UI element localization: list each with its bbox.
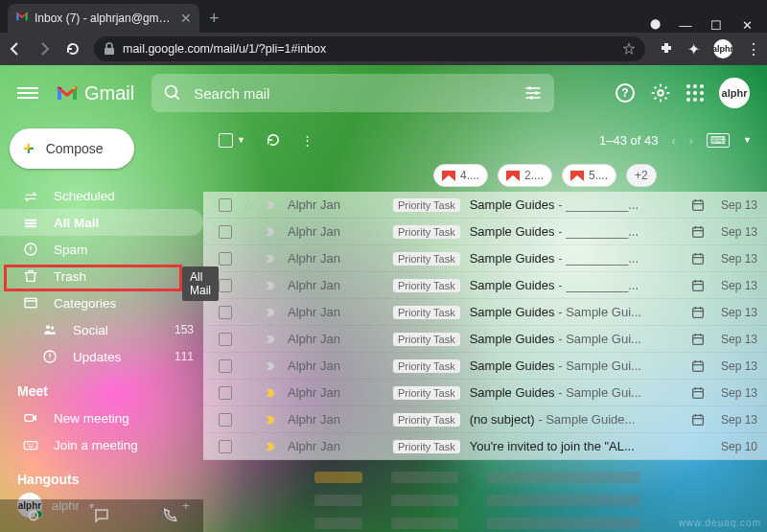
- importance-icon[interactable]: [265, 333, 278, 346]
- email-label-badge[interactable]: Priority Task: [393, 359, 460, 373]
- email-checkbox[interactable]: [219, 306, 232, 319]
- tab-close-icon[interactable]: ✕: [180, 11, 192, 26]
- calendar-icon[interactable]: [690, 305, 706, 320]
- support-icon[interactable]: ?: [616, 83, 635, 103]
- attachment-chip[interactable]: 2....: [498, 164, 552, 187]
- back-button[interactable]: [8, 41, 23, 57]
- calendar-icon[interactable]: [690, 224, 706, 240]
- importance-icon[interactable]: [265, 279, 278, 292]
- calendar-icon[interactable]: [690, 385, 706, 401]
- email-checkbox[interactable]: [219, 386, 232, 400]
- browser-tab[interactable]: Inbox (7) - alphrjan@gmail.com ✕: [8, 4, 199, 33]
- calendar-icon[interactable]: [690, 197, 706, 213]
- next-page-button[interactable]: ›: [689, 133, 693, 148]
- minimize-button[interactable]: ―: [679, 18, 692, 33]
- email-label-badge[interactable]: Priority Task: [393, 198, 460, 212]
- attachment-chip[interactable]: 4....: [433, 164, 488, 187]
- main-menu-icon[interactable]: [17, 84, 38, 102]
- sidebar-item-social[interactable]: Social153: [0, 316, 203, 343]
- account-avatar[interactable]: alphr: [719, 78, 750, 108]
- close-window-button[interactable]: ✕: [740, 18, 754, 33]
- importance-icon[interactable]: [265, 440, 278, 453]
- star-icon[interactable]: ☆: [242, 303, 255, 321]
- profile-avatar[interactable]: alphr: [713, 39, 732, 58]
- star-icon[interactable]: ☆: [242, 276, 255, 294]
- record-icon[interactable]: ⬤: [648, 18, 662, 33]
- importance-icon[interactable]: [265, 413, 278, 427]
- phone-tab-icon[interactable]: [161, 507, 178, 524]
- forward-button[interactable]: [36, 41, 52, 57]
- sidebar-item-scheduled[interactable]: Scheduled: [0, 182, 203, 209]
- star-icon[interactable]: ☆: [242, 383, 255, 402]
- calendar-icon[interactable]: [690, 278, 706, 293]
- input-mode-icon[interactable]: ⌨: [707, 133, 730, 148]
- star-icon[interactable]: ☆: [242, 330, 255, 348]
- attachment-chip[interactable]: 5....: [562, 164, 616, 187]
- calendar-icon[interactable]: [690, 251, 706, 266]
- email-label-badge[interactable]: Priority Task: [393, 225, 460, 239]
- star-icon[interactable]: ☆: [242, 410, 255, 428]
- star-icon[interactable]: ☆: [242, 249, 255, 267]
- extensions-icon[interactable]: [659, 41, 674, 57]
- compose-button[interactable]: + Compose: [10, 128, 134, 169]
- star-icon[interactable]: ☆: [242, 437, 255, 455]
- select-all-checkbox[interactable]: ▼: [219, 133, 245, 148]
- sidebar-item-spam[interactable]: Spam: [0, 236, 203, 263]
- search-bar[interactable]: [151, 74, 554, 112]
- search-options-icon[interactable]: [523, 83, 543, 103]
- more-actions-icon[interactable]: ⋮: [301, 133, 312, 148]
- prev-page-button[interactable]: ‹: [671, 133, 675, 148]
- email-checkbox[interactable]: [219, 279, 232, 292]
- new-tab-button[interactable]: +: [209, 9, 220, 29]
- bookmark-star-icon[interactable]: [622, 42, 636, 56]
- maximize-button[interactable]: ☐: [709, 18, 723, 33]
- search-icon[interactable]: [163, 83, 182, 103]
- email-checkbox[interactable]: [219, 198, 232, 212]
- email-label-badge[interactable]: Priority Task: [393, 252, 460, 266]
- email-checkbox[interactable]: [219, 252, 232, 266]
- email-checkbox[interactable]: [219, 225, 232, 239]
- sidebar-item-categories[interactable]: Categories: [0, 289, 203, 316]
- email-row[interactable]: ☆ Alphr Jan Priority Task Sample Guides …: [203, 326, 767, 353]
- email-row[interactable]: ☆ Alphr Jan Priority Task Sample Guides …: [203, 299, 767, 326]
- email-checkbox[interactable]: [219, 413, 232, 427]
- email-label-badge[interactable]: Priority Task: [393, 279, 460, 292]
- email-row[interactable]: ☆ Alphr Jan Priority Task Sample Guides …: [203, 245, 767, 272]
- meet-item-new-meeting[interactable]: New meeting: [0, 405, 203, 431]
- star-icon[interactable]: ☆: [242, 222, 255, 241]
- chevron-down-icon[interactable]: ▼: [237, 135, 245, 145]
- hangouts-tab-icon[interactable]: [25, 507, 42, 524]
- star-icon[interactable]: ☆: [242, 357, 255, 375]
- email-label-badge[interactable]: Priority Task: [393, 306, 460, 319]
- calendar-icon[interactable]: [690, 412, 706, 428]
- email-row[interactable]: ☆ Alphr Jan Priority Task Sample Guides …: [203, 192, 767, 219]
- calendar-icon[interactable]: [690, 359, 706, 374]
- star-icon[interactable]: ☆: [242, 196, 255, 214]
- more-attachments-chip[interactable]: +2: [626, 164, 657, 187]
- email-row[interactable]: ☆ Alphr Jan Priority Task Sample Guides …: [203, 272, 767, 299]
- email-row[interactable]: ☆ Alphr Jan Priority Task (no subject) -…: [203, 406, 767, 433]
- email-checkbox[interactable]: [219, 333, 232, 346]
- email-checkbox[interactable]: [219, 440, 232, 453]
- importance-icon[interactable]: [265, 386, 278, 400]
- calendar-icon[interactable]: [690, 332, 706, 347]
- sidebar-item-updates[interactable]: Updates111: [0, 343, 203, 370]
- gmail-logo[interactable]: Gmail: [56, 82, 134, 104]
- settings-icon[interactable]: [650, 82, 671, 104]
- email-row[interactable]: ☆ Alphr Jan Priority Task Sample Guides …: [203, 219, 767, 245]
- email-label-badge[interactable]: Priority Task: [393, 413, 460, 427]
- importance-icon[interactable]: [265, 198, 278, 212]
- browser-menu-icon[interactable]: ⋮: [746, 40, 759, 58]
- email-row[interactable]: ☆ Alphr Jan Priority Task You're invited…: [203, 433, 767, 460]
- email-label-badge[interactable]: Priority Task: [393, 333, 460, 346]
- refresh-button[interactable]: [265, 131, 282, 149]
- importance-icon[interactable]: [265, 306, 278, 319]
- email-checkbox[interactable]: [219, 359, 232, 373]
- importance-icon[interactable]: [265, 252, 278, 266]
- meet-item-join-a-meeting[interactable]: Join a meeting: [0, 431, 203, 458]
- email-row[interactable]: ☆ Alphr Jan Priority Task Sample Guides …: [203, 353, 767, 380]
- email-label-badge[interactable]: Priority Task: [393, 440, 460, 453]
- url-input[interactable]: mail.google.com/mail/u/1/?pli=1#inbox: [94, 36, 645, 61]
- sidebar-item-all-mail[interactable]: All Mail: [0, 209, 203, 236]
- importance-icon[interactable]: [265, 225, 278, 239]
